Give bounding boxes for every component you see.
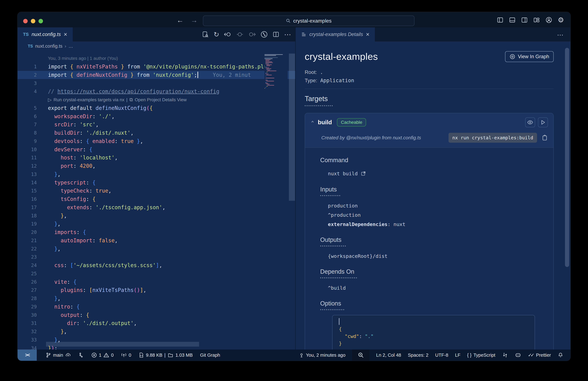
open-changes-icon[interactable] [202,31,209,38]
split-editor-icon[interactable] [273,31,279,38]
code-line[interactable]: 21autoImport: false, [18,236,295,245]
code-line[interactable]: 20imports: { [18,228,295,236]
code-line[interactable]: 2import { defineNuxtConfig } from 'nuxt/… [18,71,295,79]
code-line[interactable]: 28}, [18,294,295,303]
view-in-graph-button[interactable]: View In Graph [505,51,554,62]
run-icon: ▷ [48,97,52,103]
copilot-icon[interactable] [515,352,521,358]
more-actions-icon[interactable]: ⋯ [557,31,563,39]
editor-tab-bar: TS nuxt.config.ts × ↻ ⋯ [18,27,295,42]
navigate-forward-icon[interactable]: → [191,16,198,24]
breadcrumb[interactable]: TS nuxt.config.ts › … [18,42,295,51]
close-tab-icon[interactable]: × [366,31,369,37]
divider [305,89,554,89]
collapse-chevron-icon[interactable]: ^ [311,120,314,124]
change-marker-icon[interactable] [236,31,244,38]
editor-vertical-scrollbar[interactable] [289,54,295,201]
toggle-panel-icon[interactable] [509,17,516,23]
tab-nuxt-config[interactable]: TS nuxt.config.ts × [18,27,73,42]
code-line[interactable]: 8buildDir: './dist/.nuxt', [18,129,295,137]
encoding-item[interactable]: UTF-8 [435,353,448,358]
code-line[interactable]: 30output: { [18,311,295,319]
git-branch-item[interactable]: main [46,350,71,361]
maximize-window-button[interactable] [39,19,43,23]
code-line[interactable]: 6workspaceDir: './', [18,112,295,120]
code-line[interactable]: 15typeCheck: true, [18,187,295,195]
navigate-back-icon[interactable]: ← [177,16,184,24]
code-line[interactable]: 32}, [18,327,295,336]
code-line[interactable]: 22}, [18,245,295,253]
code-line[interactable]: 4// https://nuxt.com/docs/api/configurat… [18,87,295,96]
breadcrumb-file[interactable]: nuxt.config.ts [35,44,63,49]
code-line[interactable]: 24css: ['~/assets/css/styles.scss'], [18,261,295,269]
panel-scrollbar[interactable] [565,48,569,267]
blame-item[interactable]: You, 2 minutes ago [299,350,345,361]
git-graph-circle-icon[interactable] [260,31,268,38]
codelens-row[interactable]: ▷Run crystal-examples targets via nx|⧉Op… [18,96,295,104]
code-line[interactable]: 12port: 4200, [18,162,295,170]
previous-change-icon[interactable] [224,31,231,38]
notifications-bell-icon[interactable] [558,352,563,358]
code-line[interactable]: 3 [18,79,295,87]
cursor-position-item[interactable]: Ln 2, Col 48 [376,353,401,358]
compare-changes-icon[interactable] [502,352,508,358]
refresh-icon[interactable]: ↻ [214,31,219,38]
code-line[interactable]: 17extends: './tsconfig.app.json', [18,203,295,212]
code-line[interactable]: 10devServer: { [18,145,295,154]
prettier-item[interactable]: ✓✓ Prettier [528,350,551,361]
code-editor[interactable]: You, 3 minutes ago | 1 author (You)1impo… [18,51,295,350]
code-line[interactable]: 1import { nxViteTsPaths } from '@nx/vite… [18,63,295,71]
code-line[interactable]: 27plugins: [nxViteTsPaths()], [18,286,295,294]
git-graph-item[interactable]: Git Graph [200,353,220,358]
ports-item[interactable]: 0 [121,350,131,361]
run-target-button[interactable] [538,117,548,127]
external-link-icon[interactable] [361,171,366,176]
code-line[interactable]: 13}, [18,170,295,179]
indentation-item[interactable]: Spaces: 2 [408,353,428,358]
language-mode-item[interactable]: { } TypeScript [467,350,495,361]
problems-item[interactable]: 1 0 [91,350,114,361]
settings-gear-icon[interactable]: ⚙ [558,16,564,24]
file-size-item[interactable]: 9.88 KB | 1.03 MB [139,350,193,361]
minimap[interactable] [264,54,288,89]
zoom-status-item[interactable] [352,350,369,361]
json-value: "." [365,334,374,339]
blame-annotation[interactable]: You, 3 minutes ago | 1 author (You) [18,54,295,63]
customize-layout-icon[interactable] [533,17,540,23]
toggle-primary-sidebar-icon[interactable] [497,17,504,23]
more-actions-icon[interactable]: ⋯ [284,30,291,39]
code-line[interactable]: 31dir: './dist/.output', [18,319,295,327]
breadcrumb-separator: › [65,44,66,49]
breadcrumb-symbol[interactable]: … [68,44,73,49]
eol-item[interactable]: LF [455,353,461,358]
code-line[interactable]: 26vite: { [18,278,295,286]
code-line[interactable]: 16tsConfig: { [18,195,295,203]
view-target-button[interactable] [525,117,535,127]
close-window-button[interactable] [23,19,28,23]
tab-project-details[interactable]: crystal-examples Details × [295,27,375,42]
toggle-secondary-sidebar-icon[interactable] [521,17,528,23]
code-line[interactable]: 7srcDir: 'src', [18,120,295,129]
line-number: 29 [18,304,37,310]
code-line[interactable]: 5export default defineNuxtConfig({ [18,104,295,112]
code-line[interactable]: 9devtools: { enabled: true }, [18,137,295,145]
code-line[interactable]: 14typescript: { [18,178,295,187]
code-line[interactable]: 29nitro: { [18,303,295,311]
tab-label: crystal-examples Details [309,31,363,37]
minimize-window-button[interactable] [31,19,35,23]
code-line[interactable]: 11host: 'localhost', [18,154,295,162]
account-icon[interactable] [545,17,552,23]
code-line[interactable]: 18}, [18,211,295,220]
editor-horizontal-scrollbar[interactable] [46,342,199,347]
copy-clipboard-icon[interactable] [542,134,548,141]
close-tab-icon[interactable]: × [63,31,67,37]
options-json-editor[interactable]: { "cwd": "." } [332,315,535,350]
run-command-chip[interactable]: nx run crystal-examples:build [448,133,537,143]
code-line[interactable]: 23 [18,253,295,261]
remote-indicator[interactable]: >< [18,350,37,361]
command-center-search[interactable]: crystal-examples [203,16,415,26]
git-graph-branch-icon[interactable] [79,352,84,358]
code-line[interactable]: 19}, [18,220,295,228]
code-line[interactable]: 25 [18,269,295,278]
next-change-icon[interactable] [248,31,256,38]
